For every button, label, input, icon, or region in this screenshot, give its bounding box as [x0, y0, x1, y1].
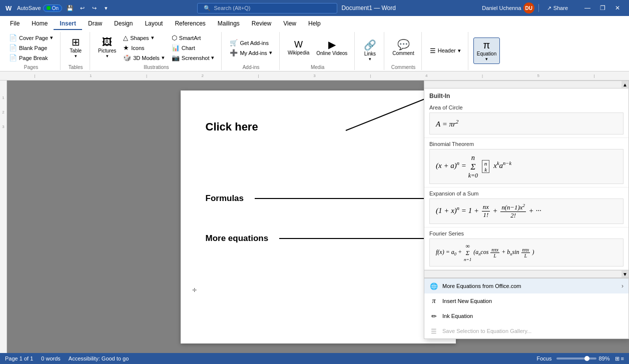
zoom-thumb[interactable]: [584, 356, 589, 361]
eq-formula-area-circle: A = πr2: [429, 112, 623, 134]
header-button[interactable]: ☰ Header ▾: [427, 46, 464, 56]
share-button[interactable]: ↗ Share: [543, 4, 572, 12]
maximize-button[interactable]: ❐: [595, 2, 610, 14]
page-break-label: Page Break: [19, 55, 48, 61]
get-addins-button[interactable]: 🛒 Get Add-ins: [227, 38, 275, 48]
online-videos-button[interactable]: ▶ Online Videos: [313, 38, 350, 58]
icons-button[interactable]: ★ Icons: [120, 43, 168, 52]
equation-dropdown-panel[interactable]: ▲ Built-In Area of Circle A = πr2 Binomi…: [424, 80, 629, 339]
shapes-button[interactable]: △ Shapes ▾: [120, 33, 168, 42]
toggle-indicator: [47, 6, 51, 10]
save-icon[interactable]: 💾: [65, 3, 75, 13]
links-icon: 🔗: [364, 40, 376, 50]
tab-home[interactable]: Home: [26, 18, 54, 30]
chart-label: Chart: [182, 45, 195, 51]
tab-insert[interactable]: Insert: [54, 18, 82, 30]
smartart-label: SmartArt: [179, 35, 201, 41]
tab-draw[interactable]: Draw: [82, 18, 108, 30]
equation-item-fourier[interactable]: Fourier Series f(x) = a0 + ∞ Σ n=1 (anco…: [424, 228, 628, 270]
minimize-button[interactable]: —: [580, 2, 595, 14]
3d-models-button[interactable]: 🎲 3D Models ▾: [120, 53, 168, 62]
scroll-up-button[interactable]: ▲: [621, 81, 628, 88]
my-addins-button[interactable]: ➕ My Add-ins ▾: [227, 48, 275, 58]
more-equations-text: More equations: [206, 234, 269, 244]
scroll-down-button[interactable]: ▼: [621, 270, 628, 278]
chart-button[interactable]: 📊 Chart: [169, 43, 218, 52]
ribbon-group-links: 🔗 Links ▾: [356, 32, 384, 70]
shapes-label: Shapes: [130, 35, 149, 41]
pictures-button[interactable]: 🖼 Pictures ▾: [95, 35, 119, 60]
zoom-area: 89%: [556, 356, 609, 362]
equation-buttons: π Equation ▾: [473, 32, 500, 69]
cover-page-icon: 📄: [9, 34, 17, 42]
tab-layout[interactable]: Layout: [139, 18, 169, 30]
autosave-toggle[interactable]: On: [43, 4, 62, 12]
title-bar-right: Daniel Uchenna DU ↗ Share — ❐ ✕: [482, 2, 625, 14]
formulas-arrow: [255, 198, 430, 199]
3d-models-arrow: ▾: [162, 54, 165, 61]
ribbon-group-pages: 📄 Cover Page ▾ 📄 Blank Page 📄 Page Break…: [2, 32, 61, 70]
undo-icon[interactable]: ↩: [77, 3, 87, 13]
user-initials: DU: [525, 6, 532, 11]
equation-item-expansion[interactable]: Expansion of a Sum (1 + x)n = 1 + nx 1! …: [424, 188, 628, 228]
cover-page-button[interactable]: 📄 Cover Page ▾: [6, 33, 56, 42]
illustrations-buttons: 🖼 Pictures ▾ △ Shapes ▾ ★ Icons 🎲: [95, 32, 217, 64]
view-icons: ⊞ ≡: [615, 356, 624, 362]
customize-icon[interactable]: ▾: [101, 3, 111, 13]
my-addins-arrow: ▾: [269, 50, 272, 56]
comment-button[interactable]: 💬 Comment: [389, 38, 417, 58]
ink-equation-icon: ✏: [429, 312, 438, 320]
eq-formula-binomial: (x + a)n = n Σ k=0 n k xkan−k: [429, 149, 623, 184]
tab-view[interactable]: View: [277, 18, 302, 30]
search-box[interactable]: 🔍 Search (Alt+Q): [197, 3, 337, 14]
tab-file[interactable]: File: [4, 18, 26, 30]
window-controls: — ❐ ✕: [580, 2, 625, 14]
links-buttons: 🔗 Links ▾: [360, 32, 380, 69]
divider: [538, 4, 539, 12]
ribbon-group-tables: ⊞ Table ▾ Tables: [62, 32, 90, 70]
close-button[interactable]: ✕: [610, 2, 625, 14]
main-area: 123 Click here Formulas More: [0, 80, 629, 354]
wikipedia-button[interactable]: W Wikipedia: [285, 38, 312, 58]
addins-label: Add-ins: [243, 64, 260, 70]
equation-item-binomial[interactable]: Binomial Theorem (x + a)n = n Σ k=0 n: [424, 138, 628, 188]
3d-models-label: 3D Models: [133, 55, 160, 61]
ribbon-group-header: ☰ Header ▾: [423, 32, 468, 70]
tab-mailings[interactable]: Mailings: [212, 18, 246, 30]
zoom-slider[interactable]: [556, 358, 596, 360]
more-equations-office-label: More Equations from Office.com: [442, 283, 521, 289]
more-equations-office-button[interactable]: 🌐 More Equations from Office.com ›: [424, 278, 628, 294]
user-name: Daniel Uchenna: [482, 5, 521, 11]
tab-help[interactable]: Help: [302, 18, 327, 30]
equation-button[interactable]: π Equation ▾: [473, 38, 500, 64]
save-selection-button[interactable]: ☰ Save Selection to Equation Gallery...: [424, 324, 628, 338]
redo-icon[interactable]: ↪: [89, 3, 99, 13]
tab-design[interactable]: Design: [108, 18, 139, 30]
smartart-button[interactable]: ⬡ SmartArt: [169, 33, 218, 42]
zoom-level: 89%: [598, 356, 609, 362]
chart-icon: 📊: [172, 44, 180, 52]
table-arrow: ▾: [75, 54, 77, 58]
tab-review[interactable]: Review: [246, 18, 277, 30]
3d-models-icon: 🎲: [123, 54, 131, 62]
insert-new-equation-button[interactable]: π Insert New Equation: [424, 294, 628, 308]
blank-page-button[interactable]: 📄 Blank Page: [6, 43, 56, 52]
autosave-label: AutoSave: [17, 5, 41, 11]
table-button[interactable]: ⊞ Table ▾: [66, 35, 86, 60]
equation-item-area-circle[interactable]: Area of Circle A = πr2: [424, 102, 628, 138]
links-button[interactable]: 🔗 Links ▾: [360, 38, 380, 64]
tab-references[interactable]: References: [169, 18, 211, 30]
eq-formula-fourier: f(x) = a0 + ∞ Σ n=1 (ancos nπx L: [429, 238, 623, 266]
ribbon-group-equation: π Equation ▾: [469, 32, 504, 70]
eq-title-binomial: Binomial Theorem: [429, 141, 623, 147]
page-break-button[interactable]: 📄 Page Break: [6, 53, 56, 62]
equation-arrow: ▾: [485, 56, 488, 62]
builtin-header: Built-In: [424, 88, 628, 102]
equation-panel-scroll[interactable]: Built-In Area of Circle A = πr2 Binomial…: [424, 88, 628, 270]
focus-button[interactable]: Focus: [537, 356, 552, 362]
screenshot-button[interactable]: 📷 Screenshot ▾: [169, 53, 218, 62]
autosave-area: AutoSave On: [17, 4, 62, 12]
ink-equation-button[interactable]: ✏ Ink Equation: [424, 308, 628, 324]
comments-buttons: 💬 Comment: [389, 32, 417, 64]
ribbon-content: 📄 Cover Page ▾ 📄 Blank Page 📄 Page Break…: [0, 30, 629, 71]
